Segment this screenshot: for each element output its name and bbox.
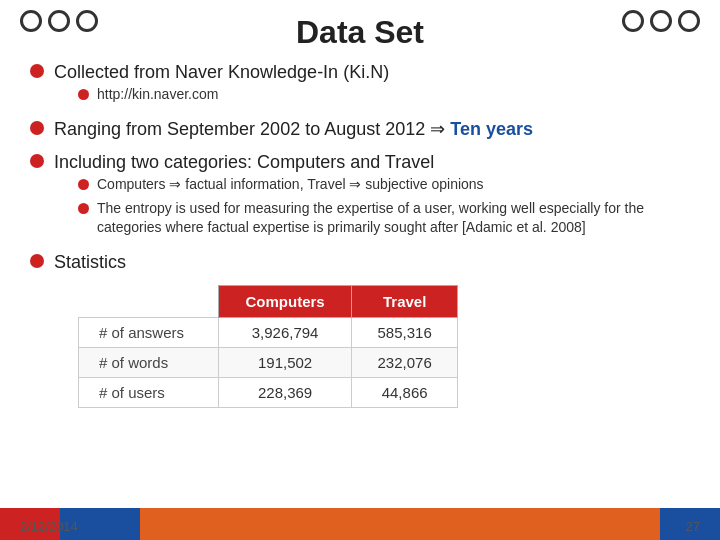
- sub-dot-url: [78, 89, 89, 100]
- bullet-dot-2: [30, 121, 44, 135]
- bullet-ranging-text: Ranging from September 2002 to August 20…: [54, 117, 533, 142]
- sub-computers-text: Computers ⇒ factual information, Travel …: [97, 175, 484, 195]
- row-users-computers: 228,369: [218, 378, 351, 408]
- table-row-users: # of users 228,369 44,866: [79, 378, 458, 408]
- row-words-label: # of words: [79, 348, 219, 378]
- sub-dot-computers: [78, 179, 89, 190]
- footer-page: 27: [686, 519, 700, 534]
- sub-url-text: http://kin.naver.com: [97, 85, 218, 105]
- sub-bullet-computers: Computers ⇒ factual information, Travel …: [78, 175, 690, 195]
- row-answers-computers: 3,926,794: [218, 318, 351, 348]
- sub-bullet-url: http://kin.naver.com: [78, 85, 389, 105]
- bottom-orange-segment: [140, 508, 660, 540]
- row-users-label: # of users: [79, 378, 219, 408]
- main-content: Collected from Naver Knowledge-In (Ki.N)…: [30, 60, 690, 500]
- table-row-words: # of words 191,502 232,076: [79, 348, 458, 378]
- ranging-text-part: Ranging from September 2002 to August 20…: [54, 119, 450, 139]
- bullet-collected: Collected from Naver Knowledge-In (Ki.N)…: [30, 60, 690, 109]
- circle-6: [678, 10, 700, 32]
- bullet-ranging: Ranging from September 2002 to August 20…: [30, 117, 690, 142]
- bullet-dot-1: [30, 64, 44, 78]
- bullet-including-text: Including two categories: Computers and …: [54, 150, 690, 175]
- bullet-including: Including two categories: Computers and …: [30, 150, 690, 242]
- bullet-dot-3: [30, 154, 44, 168]
- table-header-travel: Travel: [352, 286, 458, 318]
- bullet-statistics: Statistics Computers Travel # of answers: [30, 250, 690, 408]
- bottom-bar: [0, 508, 720, 540]
- statistics-section: Computers Travel # of answers 3,926,794 …: [78, 285, 458, 408]
- sub-dot-entropy: [78, 203, 89, 214]
- sub-bullet-entropy: The entropy is used for measuring the ex…: [78, 199, 690, 238]
- bullet-collected-text: Collected from Naver Knowledge-In (Ki.N): [54, 60, 389, 85]
- page-title: Data Set: [0, 10, 720, 51]
- bullet-statistics-text: Statistics: [54, 250, 458, 275]
- ranging-highlight: Ten years: [450, 119, 533, 139]
- bullet-dot-4: [30, 254, 44, 268]
- top-right-circles: [622, 10, 700, 32]
- footer-date: 2/12/2014: [20, 519, 78, 534]
- circle-4: [622, 10, 644, 32]
- table-header-empty: [79, 286, 219, 318]
- row-answers-label: # of answers: [79, 318, 219, 348]
- sub-entropy-text: The entropy is used for measuring the ex…: [97, 199, 690, 238]
- table-header-computers: Computers: [218, 286, 351, 318]
- circle-5: [650, 10, 672, 32]
- table-row-answers: # of answers 3,926,794 585,316: [79, 318, 458, 348]
- row-words-computers: 191,502: [218, 348, 351, 378]
- row-words-travel: 232,076: [352, 348, 458, 378]
- statistics-table: Computers Travel # of answers 3,926,794 …: [78, 285, 458, 408]
- row-users-travel: 44,866: [352, 378, 458, 408]
- row-answers-travel: 585,316: [352, 318, 458, 348]
